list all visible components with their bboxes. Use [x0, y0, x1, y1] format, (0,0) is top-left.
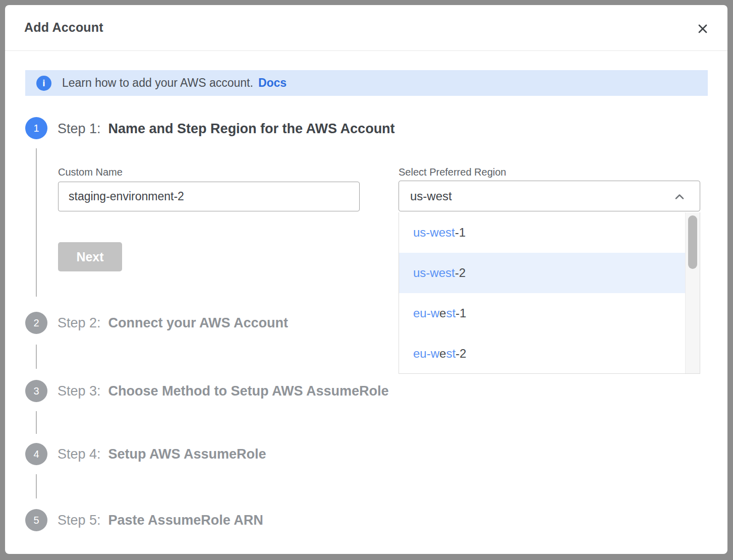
region-dropdown-list: us-west-1us-west-2eu-west-1eu-west-2 [399, 212, 700, 374]
step-3-indicator: 3 [25, 380, 47, 402]
next-button[interactable]: Next [58, 242, 122, 271]
option-text-segment: eu-w [413, 347, 439, 361]
step-4-number: 4 [33, 449, 39, 460]
option-text-segment: eu-w [413, 306, 439, 320]
step-3-number: 3 [33, 385, 39, 397]
step-2-number: 2 [33, 317, 39, 329]
step-1-heading: Step 1:Name and Step Region for the AWS … [58, 120, 395, 138]
step-2-indicator: 2 [25, 312, 47, 334]
step-4-indicator: 4 [25, 443, 47, 465]
option-text-segment: e [439, 347, 446, 361]
option-text-segment: us-west [413, 226, 455, 240]
page-background: { "modal": { "title": "Add Account", "cl… [0, 0, 733, 560]
option-text-segment: -1 [456, 306, 466, 320]
step-3-heading: Step 3:Choose Method to Setup AWS Assume… [58, 382, 389, 400]
step-1-label: Step 1: [58, 121, 101, 136]
step-connector-3 [36, 411, 37, 434]
docs-link[interactable]: Docs [258, 76, 287, 90]
close-button[interactable] [694, 20, 711, 37]
step-connector-4 [36, 474, 37, 498]
region-option-eu-west-2[interactable]: eu-west-2 [399, 333, 686, 374]
option-text-segment: -2 [456, 347, 466, 361]
step-1-title: Name and Step Region for the AWS Account [108, 121, 395, 136]
step-2-label: Step 2: [58, 315, 101, 330]
step-1-number: 1 [33, 123, 39, 134]
step-3-label: Step 3: [58, 383, 101, 399]
region-select[interactable]: us-west [399, 181, 700, 211]
step-connector-2 [36, 345, 37, 369]
region-label: Select Preferred Region [399, 166, 506, 178]
step-5-indicator: 5 [25, 509, 47, 531]
option-text-segment: st [446, 306, 456, 320]
custom-name-label: Custom Name [58, 166, 123, 178]
region-option-us-west-1[interactable]: us-west-1 [399, 212, 686, 253]
region-select-value: us-west [410, 189, 452, 203]
region-option-eu-west-1[interactable]: eu-west-1 [399, 293, 686, 333]
close-icon [696, 22, 710, 36]
custom-name-input[interactable] [58, 182, 360, 211]
step-4-heading: Step 4:Setup AWS AssumeRole [58, 445, 266, 463]
step-5-number: 5 [33, 515, 39, 526]
step-5-label: Step 5: [58, 513, 101, 528]
step-connector-1 [36, 148, 37, 297]
step-5-title: Paste AssumeRole ARN [108, 513, 263, 528]
header-divider [5, 50, 727, 51]
dropdown-scrollbar-track[interactable] [685, 212, 700, 373]
info-icon: i [36, 76, 51, 91]
option-text-segment: st [446, 347, 456, 361]
chevron-up-icon[interactable] [672, 190, 687, 204]
option-text-segment: -2 [455, 266, 466, 280]
modal-title: Add Account [24, 20, 103, 35]
step-2-heading: Step 2:Connect your AWS Account [58, 314, 288, 332]
info-banner: i Learn how to add your AWS account. Doc… [25, 70, 708, 96]
region-option-us-west-2[interactable]: us-west-2 [399, 253, 686, 293]
step-3-title: Choose Method to Setup AWS AssumeRole [108, 383, 389, 399]
step-5-heading: Step 5:Paste AssumeRole ARN [58, 511, 263, 529]
step-1-indicator: 1 [25, 117, 47, 139]
option-text-segment: e [439, 306, 446, 320]
banner-text: Learn how to add your AWS account. [62, 76, 253, 90]
option-text-segment: -1 [455, 226, 466, 240]
option-text-segment: us-west [413, 266, 455, 280]
dropdown-scrollbar-thumb[interactable] [688, 215, 697, 269]
step-4-label: Step 4: [58, 446, 101, 462]
add-account-modal: Add Account i Learn how to add your AWS … [5, 5, 727, 554]
step-2-title: Connect your AWS Account [108, 315, 289, 330]
step-4-title: Setup AWS AssumeRole [108, 446, 266, 462]
